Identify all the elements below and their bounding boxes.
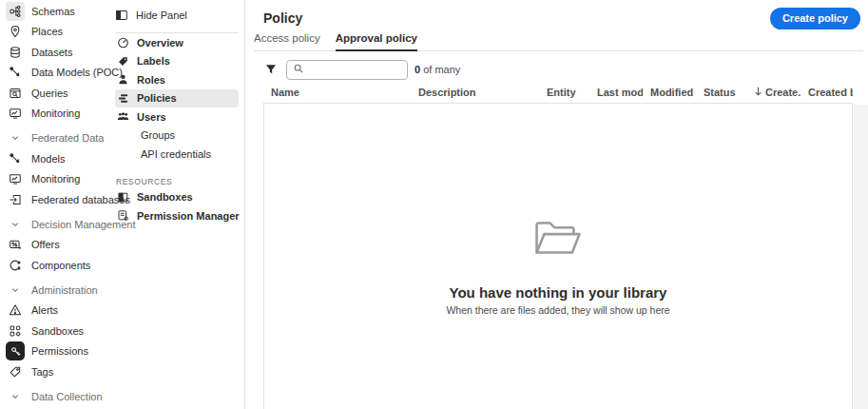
sidebar-item-components[interactable]: Components xyxy=(0,255,109,276)
data-models-icon xyxy=(8,65,23,80)
sidebar-item-label: Monitoring xyxy=(31,107,80,119)
page-title: Policy xyxy=(263,10,302,26)
policies-icon xyxy=(116,91,129,105)
secondary-panel: Hide Panel Overview Labels Roles P xyxy=(109,0,245,409)
empty-folder-icon xyxy=(533,220,583,260)
column-header-created-by[interactable]: Created by xyxy=(800,87,853,98)
panel-item-label: Sandboxes xyxy=(137,191,193,203)
create-policy-button[interactable]: Create policy xyxy=(770,8,860,29)
sidebar-item-data-models-poc[interactable]: Data Models (POC) xyxy=(0,63,109,84)
federated-databases-icon xyxy=(8,192,23,207)
app-window: Schemas Places Datasets Data Models (POC… xyxy=(0,0,868,409)
panel-item-label: Labels xyxy=(137,55,170,67)
places-icon xyxy=(8,24,23,39)
sidebar-item-label: Queries xyxy=(31,88,68,99)
sidebar-item-tags[interactable]: Tags xyxy=(0,361,109,382)
alerts-icon xyxy=(8,302,23,318)
result-count-suffix: of many xyxy=(423,64,460,75)
sidebar-item-label: Components xyxy=(31,260,90,271)
sidebar-section-label: Federated Data xyxy=(31,132,104,144)
sidebar-item-offers[interactable]: Offers xyxy=(0,235,109,256)
empty-state: You have nothing in your library When th… xyxy=(446,104,669,316)
sidebar-section-data-collection[interactable]: Data Collection xyxy=(0,386,109,407)
main-content: Policy Create policy Access policy Appro… xyxy=(245,0,868,409)
labels-icon xyxy=(116,54,129,68)
scrollbar-track[interactable] xyxy=(854,105,868,409)
search-box xyxy=(286,60,408,80)
sidebar-section-label: Data Collection xyxy=(31,391,103,402)
sidebar-item-datasets[interactable]: Datasets xyxy=(0,42,109,63)
sidebar-item-label: Sandboxes xyxy=(31,325,84,337)
sidebar-item-models[interactable]: Models xyxy=(0,148,109,169)
datasets-icon xyxy=(8,45,23,60)
column-header-status[interactable]: Status xyxy=(696,87,746,98)
panel-item-sandboxes[interactable]: Sandboxes xyxy=(115,188,239,207)
panel-item-overview[interactable]: Overview xyxy=(115,33,239,52)
sidebar-item-label: Offers xyxy=(31,239,60,250)
search-input[interactable] xyxy=(309,64,401,75)
sidebar-item-label: Tags xyxy=(31,366,53,378)
sidebar-item-sandboxes[interactable]: Sandboxes xyxy=(0,321,109,341)
sidebar-section-decision-management[interactable]: Decision Management xyxy=(0,214,109,235)
panel-item-groups[interactable]: Groups xyxy=(115,127,239,146)
sidebar-item-permissions[interactable]: Permissions xyxy=(0,341,109,362)
sidebar-item-label: Schemas xyxy=(31,6,75,17)
roles-icon xyxy=(116,73,129,87)
filter-icon[interactable] xyxy=(260,63,281,76)
hide-panel-label: Hide Panel xyxy=(136,10,187,21)
users-icon xyxy=(116,110,129,124)
hide-panel-button[interactable]: Hide Panel xyxy=(115,6,239,25)
main-header: Policy Create policy xyxy=(254,0,868,29)
sidebar-item-alerts[interactable]: Alerts xyxy=(0,301,109,321)
result-count-number: 0 xyxy=(415,64,420,75)
sidebar-section-administration[interactable]: Administration xyxy=(0,280,109,301)
empty-state-title: You have nothing in your library xyxy=(450,284,667,301)
column-header-created-label: Create... xyxy=(765,87,800,98)
sidebar-item-monitoring[interactable]: Monitoring xyxy=(0,104,109,125)
models-icon xyxy=(8,151,23,166)
panel-item-labels[interactable]: Labels xyxy=(115,52,239,71)
panel-item-users[interactable]: Users xyxy=(115,107,239,127)
sidebar-item-places[interactable]: Places xyxy=(0,22,109,43)
panel-item-label: Roles xyxy=(137,74,165,86)
hide-panel-icon xyxy=(115,9,128,22)
sort-descending-icon xyxy=(754,87,762,98)
sidebar-item-schemas[interactable]: Schemas xyxy=(0,1,109,22)
offers-icon xyxy=(8,237,23,252)
search-icon xyxy=(293,61,304,78)
panel-item-policies[interactable]: Policies xyxy=(115,89,239,108)
panel-item-permission-manager[interactable]: Permission Manager xyxy=(115,206,239,225)
panel-item-label: Users xyxy=(137,111,166,123)
overview-icon xyxy=(116,36,129,49)
column-header-modified-by[interactable]: Modified by xyxy=(643,87,696,98)
components-icon xyxy=(8,258,23,273)
sidebar-section-label: Administration xyxy=(31,284,98,296)
sidebar-item-label: Monitoring xyxy=(31,173,80,185)
panel-item-label: Overview xyxy=(137,37,183,49)
column-header-last-modified[interactable]: Last modi... xyxy=(589,87,643,98)
sidebar-item-label: Models xyxy=(31,153,65,165)
resources-section-header: RESOURCES xyxy=(115,175,239,188)
sidebar-item-monitoring-federated[interactable]: Monitoring xyxy=(0,169,109,190)
column-header-name[interactable]: Name xyxy=(263,87,411,98)
column-header-description[interactable]: Description xyxy=(411,87,539,98)
left-sidebar: Schemas Places Datasets Data Models (POC… xyxy=(0,0,109,409)
panel-item-api-credentials[interactable]: API credentials xyxy=(115,145,239,164)
tab-approval-policy[interactable]: Approval policy xyxy=(336,32,417,50)
monitoring-icon xyxy=(8,106,23,121)
policy-tabs: Access policy Approval policy xyxy=(254,32,863,51)
column-header-created[interactable]: Create... xyxy=(746,87,800,98)
sidebar-item-label: Datasets xyxy=(31,47,72,58)
monitoring-icon xyxy=(8,171,23,186)
panel-item-roles[interactable]: Roles xyxy=(115,70,239,89)
chevron-down-icon xyxy=(8,282,23,298)
sidebar-section-federated-data[interactable]: Federated Data xyxy=(0,128,109,149)
chevron-down-icon xyxy=(8,130,23,146)
sidebar-item-label: Places xyxy=(31,26,63,37)
column-header-entity[interactable]: Entity xyxy=(539,87,589,98)
tab-access-policy[interactable]: Access policy xyxy=(254,32,320,50)
filter-bar: 0 of many xyxy=(260,58,868,81)
sidebar-item-queries[interactable]: Queries xyxy=(0,83,109,104)
sidebar-item-federated-databases[interactable]: Federated databases xyxy=(0,189,109,210)
queries-icon xyxy=(8,86,23,101)
